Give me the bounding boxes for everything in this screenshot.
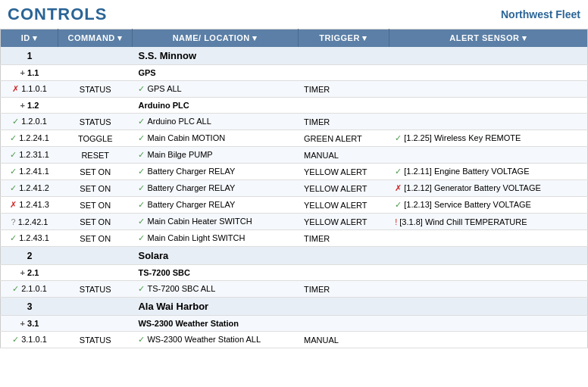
status-check-icon: ✓ [10,183,17,192]
table-row: ✓ 2.1.0.1 STATUS ✓TS-7200 SBC ALL TIMER [1,281,588,298]
col-header-name: NAME/ LOCATION ▾ [132,30,298,48]
col-header-command: COMMAND ▾ [58,30,132,48]
row-trigger [298,65,389,81]
row-command [58,298,132,316]
row-name-text: WS-2300 Weather Station ALL [147,335,261,344]
row-command [58,65,132,81]
row-command: RESET [58,147,132,164]
row-id: ✓ 3.1.0.1 [1,332,58,348]
row-id: ✓ 1.2.41.1 [1,164,58,180]
row-name-cell: ✓Main Bilge PUMP [132,147,298,164]
row-trigger: GREEN ALERT [298,130,389,147]
name-check-icon: ✓ [138,183,145,192]
row-trigger [298,98,389,114]
row-name-text: Arduino PLC ALL [147,117,211,126]
alert-x-icon: ✗ [395,183,402,192]
row-trigger: TIMER [298,230,389,247]
row-alert [389,47,587,65]
alert-check-icon: ✓ [395,167,402,176]
status-check-icon: ✓ [10,233,17,242]
row-alert [389,265,587,281]
row-name: WS-2300 Weather Station [132,316,298,332]
row-id: ✓ 1.2.0.1 [1,114,58,130]
controls-table: ID ▾ COMMAND ▾ NAME/ LOCATION ▾ TRIGGER … [0,29,588,348]
row-trigger: TIMER [298,281,389,298]
row-alert [389,298,587,316]
expand-icon[interactable]: + [20,101,25,110]
row-alert [389,98,587,114]
row-command: STATUS [58,332,132,348]
row-command: SET ON [58,230,132,247]
row-command [58,247,132,265]
row-trigger: YELLOW ALERT [298,214,389,230]
row-id: ✗ 1.2.41.3 [1,197,58,214]
expand-icon[interactable]: + [20,268,25,277]
name-check-icon: ✓ [138,284,145,293]
row-name-text: Battery Charger RELAY [147,183,235,192]
row-name-cell: ✓Battery Charger RELAY [132,197,298,214]
row-name-cell: ✓GPS ALL [132,81,298,98]
row-alert: ✗[1.2.12] Generator Battery VOLTAGE [389,180,587,197]
row-name-text: Main Cabin MOTION [147,133,225,142]
row-command: SET ON [58,180,132,197]
status-check-icon: ✓ [10,167,17,176]
alert-text: [1.2.13] Service Battery VOLTAGE [404,200,531,209]
col-header-alert: ALERT SENSOR ▾ [389,30,587,48]
name-check-icon: ✓ [138,133,145,142]
row-name: TS-7200 SBC [132,265,298,281]
table-row: ✓ 3.1.0.1 STATUS ✓WS-2300 Weather Statio… [1,332,588,348]
row-trigger: MANUAL [298,332,389,348]
row-id: ✓ 2.1.0.1 [1,281,58,298]
row-id: 1 [1,47,58,65]
row-command: STATUS [58,81,132,98]
row-trigger: YELLOW ALERT [298,180,389,197]
status-check-icon: ✓ [12,284,19,293]
row-name-text: TS-7200 SBC ALL [147,284,215,293]
row-command [58,47,132,65]
row-name-text: Main Cabin Heater SWITCH [147,217,252,226]
row-command: STATUS [58,114,132,130]
row-name-cell: ✓Main Cabin Light SWITCH [132,230,298,247]
row-id: ✓ 1.2.43.1 [1,230,58,247]
alert-text: [1.2.25] Wireless Key REMOTE [404,133,521,142]
row-alert [389,65,587,81]
row-alert [389,316,587,332]
table-row: ✓ 1.2.41.2 SET ON ✓Battery Charger RELAY… [1,180,588,197]
table-row: + 1.2 Arduino PLC [1,98,588,114]
row-trigger [298,47,389,65]
table-header: ID ▾ COMMAND ▾ NAME/ LOCATION ▾ TRIGGER … [1,30,588,48]
row-trigger: YELLOW ALERT [298,164,389,180]
table-body: 1 S.S. Minnow + 1.1 GPS ✗ 1.1.0.1 STATUS… [1,47,588,348]
row-name-cell: ✓Main Cabin Heater SWITCH [132,214,298,230]
row-name: GPS [132,65,298,81]
page-title: CONTROLS [8,5,107,24]
col-header-id: ID ▾ [1,30,58,48]
expand-icon[interactable]: + [20,319,25,328]
status-check-icon: ✓ [10,133,17,142]
row-command: STATUS [58,281,132,298]
row-alert: ✓[1.2.11] Engine Battery VOLTAGE [389,164,587,180]
row-name-cell: ✓Battery Charger RELAY [132,164,298,180]
row-trigger [298,247,389,265]
row-command [58,98,132,114]
table-row: ✓ 1.2.31.1 RESET ✓Main Bilge PUMP MANUAL [1,147,588,164]
fleet-name: Northwest Fleet [501,8,580,20]
row-command: SET ON [58,197,132,214]
name-check-icon: ✓ [138,233,145,242]
table-row: ✓ 1.2.24.1 TOGGLE ✓Main Cabin MOTION GRE… [1,130,588,147]
row-alert [389,247,587,265]
row-id: + 1.1 [1,65,58,81]
row-id: ? 1.2.42.1 [1,214,58,230]
row-trigger [298,298,389,316]
row-name-cell: ✓Arduino PLC ALL [132,114,298,130]
row-name-cell: ✓WS-2300 Weather Station ALL [132,332,298,348]
row-id: + 2.1 [1,265,58,281]
name-check-icon: ✓ [138,217,145,226]
row-id: 3 [1,298,58,316]
table-row: ✓ 1.2.43.1 SET ON ✓Main Cabin Light SWIT… [1,230,588,247]
row-command: SET ON [58,164,132,180]
row-name-text: GPS ALL [147,84,181,93]
expand-icon[interactable]: + [20,68,25,77]
row-trigger: MANUAL [298,147,389,164]
name-check-icon: ✓ [138,84,145,93]
